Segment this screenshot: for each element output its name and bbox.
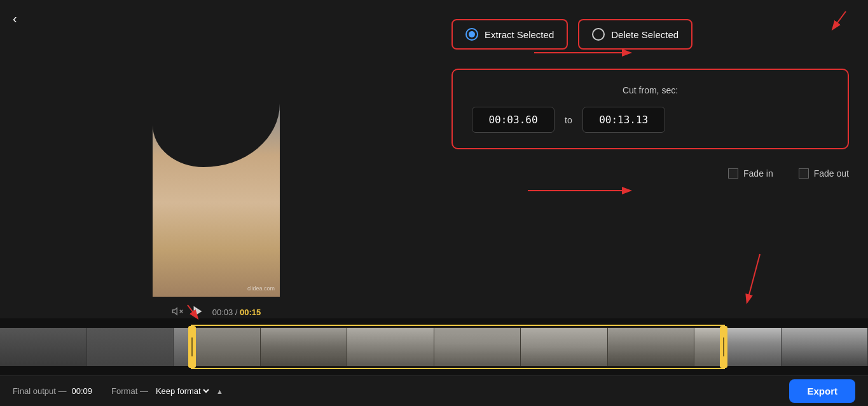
svg-marker-3 [193,306,202,316]
format-select[interactable]: Keep format MP4 MOV AVI GIF [153,386,211,396]
timeline-track[interactable] [0,325,868,369]
thumb-frame-2 [87,328,174,366]
watermark: clidea.com [247,285,275,292]
format-info: Format — Keep format MP4 MOV AVI GIF ▲ [111,386,223,396]
format-label: Format — [111,386,148,396]
left-handle[interactable] [188,326,196,368]
timeline-area [0,318,868,376]
back-button[interactable]: ‹ [13,11,17,26]
cut-inputs: to [472,107,829,133]
video-preview: clidea.com [153,62,280,297]
to-label: to [565,115,572,125]
right-handle[interactable] [720,326,727,368]
fade-in-label: Fade in [743,168,773,179]
bottom-bar: Final output — 00:09 Format — Keep forma… [0,376,868,406]
time-separator: / [235,308,240,317]
final-output-info: Final output — 00:09 [13,386,92,396]
svg-marker-0 [172,308,177,315]
selected-region [191,325,724,369]
current-time: 00:03 [212,308,233,317]
final-output-label: Final output — [13,386,67,396]
handle-line-right [723,337,724,356]
fade-in-checkbox[interactable] [728,168,738,179]
delete-radio[interactable] [592,28,605,41]
delete-selected-option[interactable]: Delete Selected [578,19,692,50]
thumb-frame-1 [0,328,87,366]
fade-out-label: Fade out [814,168,849,179]
total-time: 00:15 [240,308,261,317]
handle-line-left [191,337,193,356]
action-row: Extract Selected Delete Selected [451,19,849,50]
to-time-input[interactable] [582,107,665,133]
extract-selected-option[interactable]: Extract Selected [451,19,568,50]
extract-radio[interactable] [465,28,478,41]
cut-title: Cut from, sec: [472,85,829,95]
time-display: 00:03 / 00:15 [212,308,261,317]
mute-button[interactable] [172,306,183,320]
thumb-frame-10 [782,328,869,366]
fade-in-option[interactable]: Fade in [728,168,773,179]
format-chevron: ▲ [216,388,223,395]
fade-out-checkbox[interactable] [799,168,809,179]
from-time-input[interactable] [472,107,555,133]
fade-row: Fade in Fade out [451,168,849,179]
export-button[interactable]: Export [789,379,855,403]
extract-label: Extract Selected [485,29,554,40]
fade-out-option[interactable]: Fade out [799,168,849,179]
cut-section: Cut from, sec: to [451,69,849,149]
final-output-value: 00:09 [72,386,93,396]
delete-label: Delete Selected [611,29,679,40]
